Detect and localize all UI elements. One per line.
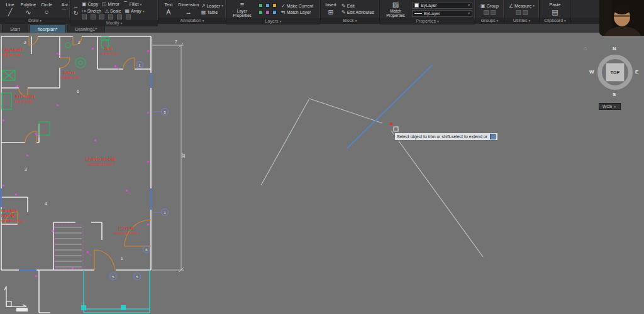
layer-off-icon[interactable] [272, 10, 277, 14]
panel-title-block[interactable]: Block ▾ [321, 18, 379, 24]
drawing-area[interactable]: 1 3 3 6 5 5 2 2 6 3 4 1 LAUNDRY TI [0, 33, 644, 314]
dimension-tool-button[interactable]: Dimension ↔ [179, 3, 198, 16]
wcs-button[interactable]: WCS ▾ [599, 103, 621, 110]
copy-button[interactable]: ▣Copy [82, 1, 98, 7]
offset-icon[interactable] [108, 14, 113, 19]
panel-title-annotation[interactable]: Annotation ▾ [158, 18, 226, 24]
room-label-dining-2[interactable]: ROOM [1, 214, 15, 218]
group-edit-icon[interactable] [491, 10, 496, 15]
step-landing[interactable] [16, 308, 28, 311]
match-layer-button[interactable]: ⇆Match Layer [281, 9, 313, 15]
room-floor-br[interactable]: TILE FLOOR [99, 52, 119, 56]
line-tool-button[interactable]: Line ╱ [3, 3, 18, 16]
room-label-kitchen[interactable]: KITCHEN [15, 94, 35, 99]
explode-icon[interactable] [91, 14, 96, 19]
construction-line-1[interactable] [261, 99, 309, 185]
construction-lines[interactable] [261, 65, 483, 257]
viewcube[interactable]: ⌂ N S W E TOP WCS ▾ [577, 44, 640, 114]
panel-title-clipboard[interactable]: Clipboard ▾ [540, 18, 570, 24]
match-properties-button[interactable]: ▨ Match Properties [382, 1, 409, 18]
keynote-bubble-3[interactable]: 3 [164, 211, 166, 215]
stretch-button[interactable]: ↦Stretch [82, 8, 101, 14]
mark-2[interactable]: 2 [78, 40, 80, 45]
room-label-living[interactable]: LIVING ROOM [86, 157, 115, 161]
room-label-laundry[interactable]: LAUNDRY [2, 48, 23, 52]
object-color-dropdown[interactable]: ByLayer ▾ [412, 2, 472, 9]
mark-5[interactable]: 4 [45, 202, 47, 206]
erase-icon[interactable] [82, 14, 87, 19]
porch-post-1[interactable] [81, 305, 86, 310]
room-floor-laundry[interactable]: TILE FLOOR [2, 53, 21, 57]
scale-button[interactable]: △Scale [105, 8, 121, 14]
room-floor-kitchen[interactable]: TILE FLOOR [14, 100, 33, 104]
keynote-bubble-2[interactable]: 3 [164, 111, 166, 114]
polyline-tool-button[interactable]: Polyline ∿ [21, 3, 36, 16]
join-icon[interactable] [126, 14, 131, 19]
porch-post-2[interactable] [121, 305, 126, 310]
electrical-symbols[interactable] [3, 48, 149, 277]
dimension-text-top[interactable]: 7 [175, 40, 177, 44]
room-label-bath[interactable]: BATH [63, 70, 75, 75]
dimension-text-side[interactable]: 33' [181, 153, 186, 158]
block-edit-button[interactable]: ✎Edit [341, 3, 374, 9]
layer-isolate-icon[interactable] [258, 10, 263, 14]
mark-6[interactable]: 1 [121, 256, 123, 261]
layer-unisolate-icon[interactable] [265, 10, 270, 14]
ungroup-icon[interactable] [484, 10, 489, 15]
array-button[interactable]: ▦Array▾ [125, 8, 145, 14]
room-floor-bath[interactable]: TILE FLOOR [60, 76, 80, 80]
panel-title-properties[interactable]: Properties ▾ [380, 18, 475, 24]
layer-properties-button[interactable]: ≡ Layer Properties [229, 1, 255, 18]
panel-title-groups[interactable]: Groups ▾ [475, 18, 504, 24]
keynote-bubble-5[interactable]: 5 [112, 275, 114, 279]
tab-floorplan[interactable]: floorplan* [30, 24, 66, 33]
text-tool-button[interactable]: Text A [161, 3, 176, 16]
electrical-ticks[interactable] [37, 55, 131, 256]
room-floor-foyer[interactable]: WOOD FLOOR [114, 232, 137, 236]
rotate-icon[interactable]: ↻ [74, 11, 79, 16]
room-label-dining-1[interactable]: DINING [1, 208, 17, 213]
mirror-button[interactable]: ◫Mirror [102, 1, 119, 7]
panel-title-draw[interactable]: Draw ▾ [0, 18, 70, 24]
mark-4[interactable]: 3 [25, 167, 27, 171]
construction-line-2[interactable] [309, 99, 382, 123]
panel-title-utilities[interactable]: Utilities ▾ [504, 18, 539, 24]
layer-lock-icon[interactable] [272, 3, 277, 8]
room-label-foyer[interactable]: FOYER [118, 226, 133, 230]
circle-tool-button[interactable]: Circle ○ [39, 3, 54, 16]
measure-button[interactable]: ∠Measure▾ [509, 3, 535, 9]
keynote-bubbles[interactable]: 1 3 3 6 5 5 [110, 62, 169, 280]
fillet-button[interactable]: ⌒Fillet▾ [123, 1, 142, 8]
keynote-bubble-1[interactable]: 1 [138, 63, 141, 67]
quick-select-icon[interactable] [516, 10, 521, 15]
room-label-br[interactable]: B/R [104, 46, 112, 51]
stairs-treads[interactable] [55, 227, 82, 267]
panel-title-modify[interactable]: Modify ▾ [70, 20, 158, 26]
viewcube-west[interactable]: W [589, 69, 594, 75]
keynote-bubble-6[interactable]: 5 [136, 275, 138, 279]
make-current-button[interactable]: ✓Make Current [281, 3, 313, 9]
construction-line-3[interactable] [391, 131, 483, 257]
viewcube-home-icon[interactable]: ⌂ [584, 45, 587, 51]
move-icon[interactable]: ↔ [73, 4, 79, 9]
mark-3[interactable]: 6 [77, 89, 79, 94]
point-icon[interactable] [523, 10, 528, 15]
dimension-line[interactable] [152, 43, 184, 273]
tab-start[interactable]: Start [2, 24, 28, 33]
viewcube-east[interactable]: E [635, 69, 638, 75]
keynote-bubble-4[interactable]: 6 [145, 248, 148, 252]
panel-title-layers[interactable]: Layers ▾ [226, 18, 320, 24]
chamfer-icon[interactable] [117, 14, 122, 19]
linetype-dropdown[interactable]: ByLayer ▾ [412, 10, 472, 17]
group-button[interactable]: ▣Group [480, 3, 499, 9]
viewcube-south[interactable]: S [613, 92, 616, 97]
viewcube-north[interactable]: N [613, 46, 616, 51]
viewcube-top-face[interactable]: TOP [606, 63, 625, 82]
trim-icon[interactable] [99, 14, 104, 19]
room-floor-living[interactable]: WOOD FLOOR [89, 163, 112, 166]
stairs-outline[interactable] [55, 225, 83, 269]
insert-block-button[interactable]: Insert ⊞ [323, 3, 338, 16]
layer-on-icon[interactable] [258, 3, 263, 8]
layer-freeze-icon[interactable] [265, 3, 270, 8]
paste-button[interactable]: Paste ▤ [548, 3, 563, 16]
